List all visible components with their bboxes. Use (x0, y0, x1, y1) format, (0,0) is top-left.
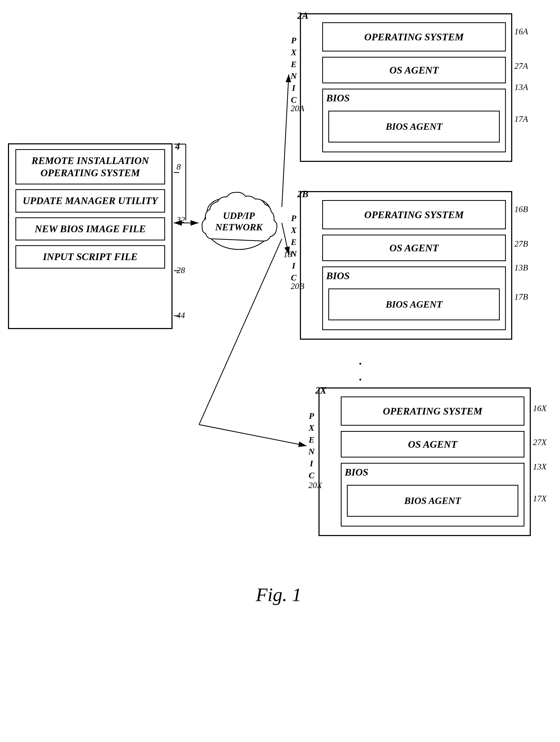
os-agent-label-2B: OS AGENT (389, 242, 439, 254)
svg-line-15 (199, 425, 307, 446)
figure-label: Fig. 1 (212, 584, 345, 606)
diagram: REMOTE INSTALLATION OPERATING SYSTEM UPD… (0, 0, 560, 742)
bios-label-2A: BIOS (326, 92, 350, 104)
ellipsis-dots: ·· (358, 356, 362, 387)
bios-agent-box-2A: BIOS AGENT (328, 111, 500, 143)
label-2X: 2X (315, 385, 326, 396)
svg-text:UDP/IP: UDP/IP (223, 210, 255, 221)
svg-line-14 (199, 239, 282, 425)
label-13A: 13A (514, 82, 528, 92)
label-16X: 16X (533, 404, 547, 413)
os-agent-box-2A: OS AGENT (322, 57, 506, 83)
os-agent-label-2A: OS AGENT (389, 64, 439, 76)
os-agent-box-2B: OS AGENT (322, 234, 506, 261)
os-box-2A: OPERATING SYSTEM (322, 22, 506, 51)
os-agent-box-2X: OS AGENT (341, 431, 524, 458)
client-box-2A: OPERATING SYSTEM OS AGENT BIOS BIOS AGEN… (300, 13, 512, 162)
bios-outer-2X: BIOS BIOS AGENT (341, 463, 524, 527)
svg-line-12 (282, 74, 289, 207)
label-28: 28 (176, 265, 185, 275)
bios-agent-label-2A: BIOS AGENT (386, 121, 443, 132)
label-17X: 17X (533, 494, 547, 504)
label-44: 44 (176, 311, 185, 320)
label-17A: 17A (514, 114, 528, 124)
remote-os-item: REMOTE INSTALLATION OPERATING SYSTEM (15, 149, 165, 184)
label-17B: 17B (514, 292, 528, 302)
server-box: REMOTE INSTALLATION OPERATING SYSTEM UPD… (8, 143, 172, 329)
udp-ip-cloud: UDP/IP NETWORK (196, 186, 281, 260)
pxe-label-2B: PXENIC (291, 212, 297, 284)
label-27A: 27A (514, 61, 528, 71)
pxe-label-2A: PXENIC (291, 35, 297, 106)
bios-outer-2B: BIOS BIOS AGENT (322, 266, 506, 330)
os-box-2X: OPERATING SYSTEM (341, 396, 524, 426)
update-manager-item: UPDATE MANAGER UTILITY (15, 189, 165, 213)
bios-agent-box-2B: BIOS AGENT (328, 288, 500, 320)
bios-agent-label-2B: BIOS AGENT (386, 299, 443, 310)
os-label-2B: OPERATING SYSTEM (364, 209, 464, 220)
label-13B: 13B (514, 263, 528, 272)
label-2A: 2A (297, 10, 308, 21)
label-13X: 13X (533, 462, 547, 472)
os-label-2A: OPERATING SYSTEM (364, 31, 464, 43)
label-32: 32 (176, 215, 185, 225)
client-box-2X: OPERATING SYSTEM OS AGENT BIOS BIOS AGEN… (318, 387, 531, 536)
label-20X: 20X (308, 480, 322, 490)
bios-label-2X: BIOS (345, 466, 368, 478)
label-16B: 16B (514, 204, 528, 214)
bios-agent-label-2X: BIOS AGENT (404, 495, 461, 506)
label-8: 8 (176, 162, 181, 172)
os-label-2X: OPERATING SYSTEM (383, 405, 482, 417)
os-box-2B: OPERATING SYSTEM (322, 200, 506, 229)
svg-text:NETWORK: NETWORK (215, 222, 263, 232)
label-20A: 20A (291, 104, 304, 113)
pxe-label-2X: PXENIC (308, 410, 314, 481)
input-script-item: INPUT SCRIPT FILE (15, 245, 165, 269)
label-27X: 27X (533, 437, 547, 447)
label-4: 4 (175, 141, 180, 152)
bios-agent-box-2X: BIOS AGENT (347, 485, 518, 517)
label-2B: 2B (297, 189, 308, 200)
label-16A: 16A (514, 26, 528, 36)
os-agent-label-2X: OS AGENT (408, 438, 457, 450)
label-27B: 27B (514, 239, 528, 249)
client-box-2B: OPERATING SYSTEM OS AGENT BIOS BIOS AGEN… (300, 191, 512, 340)
bios-outer-2A: BIOS BIOS AGENT (322, 89, 506, 152)
bios-image-item: NEW BIOS IMAGE FILE (15, 217, 165, 241)
label-20B: 20B (291, 281, 304, 291)
bios-label-2B: BIOS (326, 270, 350, 281)
